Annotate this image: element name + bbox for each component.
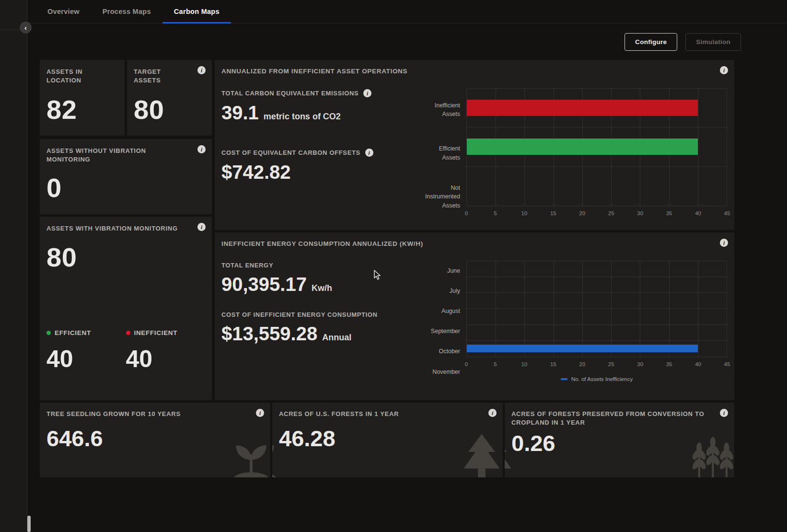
value-number: $742.82	[221, 162, 291, 183]
chart-band	[467, 277, 727, 293]
card-title: TREE SEEDLING GROWN FOR 10 YEARS	[40, 403, 270, 418]
inefficient-dot-icon	[126, 331, 130, 335]
efficient-dot-icon	[46, 331, 51, 335]
value-unit: metric tons of CO2	[264, 112, 341, 122]
card-assets-with-vibration: ASSETS WITH VIBRATION MONITORING 80 EFFI…	[40, 217, 212, 400]
plot-area	[466, 261, 727, 357]
target-assets-value: 80	[134, 94, 205, 125]
x-tick-label: 30	[637, 210, 643, 216]
value-unit: Kw/h	[312, 283, 332, 293]
energy-chart: JuneJulyAugustSeptemberOctoberNovember 0…	[423, 261, 727, 382]
tab-carbon-maps[interactable]: Carbon Maps	[162, 0, 231, 23]
card-assets-without-vibration: ASSETS WITHOUT VIBRATION MONITORING 0 i	[40, 139, 212, 214]
energy-cost-value: $13,559.28 Annual	[221, 323, 423, 345]
card-title: ASSETS WITHOUT VIBRATION MONITORING	[46, 147, 205, 163]
configure-button[interactable]: Configure	[625, 33, 677, 51]
x-axis: 051015202530354045	[466, 357, 727, 370]
x-tick-label: 15	[550, 361, 556, 367]
bar	[467, 345, 698, 352]
energy-panel: INEFFICIENT ENERGY CONSUMPTION ANNUALIZE…	[215, 232, 734, 400]
label-text: EFFICIENT	[55, 329, 91, 336]
seedling-icon	[229, 436, 270, 477]
tab-process-maps[interactable]: Process Maps	[91, 0, 162, 23]
label-text: TOTAL CARBON EQUIVALENT EMISSIONS	[221, 90, 359, 97]
emissions-chart: Inefficient AssetsEfficient AssetsNot In…	[423, 88, 727, 219]
x-tick-label: 25	[608, 210, 614, 216]
info-icon[interactable]: i	[720, 409, 728, 417]
chart-band	[467, 341, 727, 357]
info-icon[interactable]: i	[256, 409, 264, 417]
chart-band	[467, 309, 727, 324]
tab-label: Overview	[47, 8, 80, 15]
card-title: ACRES OF U.S. FORESTS IN 1 YEAR	[272, 403, 503, 418]
value-number: 39.1	[221, 102, 259, 124]
chart-legend: No. of Assets Inefficiency	[466, 376, 727, 382]
card-title: TARGET ASSETS	[134, 68, 205, 84]
tab-overview[interactable]: Overview	[36, 0, 91, 23]
info-icon[interactable]: i	[197, 66, 206, 74]
chart-band	[467, 325, 727, 341]
x-tick-label: 5	[494, 210, 497, 216]
x-tick-label: 20	[579, 210, 585, 216]
info-icon[interactable]: i	[488, 409, 497, 417]
x-axis: 051015202530354045	[466, 206, 727, 219]
sidebar	[0, 0, 27, 532]
card-title: ASSETS IN LOCATION	[46, 68, 118, 84]
card-assets-in-location: ASSETS IN LOCATION 82	[40, 60, 125, 136]
value-unit: Annual	[322, 333, 351, 343]
wheat-icon	[689, 434, 734, 477]
label-text: INEFFICIENT	[134, 329, 178, 336]
sidebar-collapse-button[interactable]: ‹	[20, 22, 32, 34]
category-labels: Inefficient AssetsEfficient AssetsNot In…	[423, 88, 466, 219]
category-label: Not Instrumented Assets	[423, 175, 460, 219]
x-tick-label: 25	[608, 361, 614, 367]
inefficient-value: 40	[126, 345, 206, 373]
x-tick-label: 35	[666, 210, 672, 216]
category-label: Inefficient Assets	[423, 88, 460, 132]
value-number: 90,395.17	[221, 274, 307, 295]
bar	[467, 139, 698, 155]
x-tick-label: 0	[465, 361, 468, 367]
toolbar: Configure Simulation	[28, 23, 787, 60]
card-tree-seedling: TREE SEEDLING GROWN FOR 10 YEARS 646.6 i	[40, 403, 270, 477]
efficient-value: 40	[46, 345, 126, 373]
x-tick-label: 45	[724, 210, 730, 216]
x-tick-label: 40	[695, 210, 701, 216]
x-tick-label: 30	[637, 361, 643, 367]
simulation-button[interactable]: Simulation	[685, 33, 741, 51]
info-icon[interactable]: i	[720, 66, 728, 74]
x-tick-label: 35	[666, 361, 672, 367]
info-icon[interactable]: i	[363, 89, 371, 97]
total-emissions-label: TOTAL CARBON EQUIVALENT EMISSIONS i	[221, 89, 423, 97]
category-label: September	[423, 322, 460, 342]
offsets-value: $742.82	[221, 162, 423, 183]
pine-tree-icon	[505, 432, 517, 477]
assets-in-location-value: 82	[46, 94, 118, 125]
tab-bar: Overview Process Maps Carbon Maps	[28, 0, 787, 23]
category-label: Efficient Assets	[423, 132, 460, 175]
scrollbar-thumb[interactable]	[27, 516, 31, 532]
category-label: November	[423, 362, 460, 382]
chart-band	[467, 261, 727, 277]
legend-label: No. of Assets Inefficiency	[571, 376, 633, 382]
x-tick-label: 10	[521, 210, 527, 216]
info-icon[interactable]: i	[197, 223, 206, 231]
emissions-panel: ANNUALIZED FROM INEFFICIENT ASSET OPERAT…	[215, 60, 734, 230]
info-icon[interactable]: i	[365, 149, 373, 157]
card-us-forests: ACRES OF U.S. FORESTS IN 1 YEAR 46.28 i	[272, 403, 503, 477]
label-text: COST OF INEFFICIENT ENERGY CONSUMPTION	[221, 311, 378, 318]
label-text: TOTAL ENERGY	[221, 262, 273, 269]
tab-label: Process Maps	[103, 8, 151, 15]
efficient-label: EFFICIENT	[46, 329, 126, 336]
panel-title: INEFFICIENT ENERGY CONSUMPTION ANNUALIZE…	[215, 232, 734, 247]
card-title: ASSETS WITH VIBRATION MONITORING	[46, 224, 205, 233]
x-tick-label: 45	[724, 361, 730, 367]
chart-band	[467, 89, 727, 127]
x-tick-label: 40	[695, 361, 701, 367]
legend-swatch-icon	[561, 378, 567, 380]
info-icon[interactable]: i	[720, 239, 728, 247]
total-emissions-value: 39.1 metric tons of CO2	[221, 102, 423, 124]
card-title: ACRES OF FORESTS PRESERVED FROM CONVERSI…	[505, 403, 734, 427]
total-energy-value: 90,395.17 Kw/h	[221, 274, 423, 295]
info-icon[interactable]: i	[197, 145, 206, 153]
